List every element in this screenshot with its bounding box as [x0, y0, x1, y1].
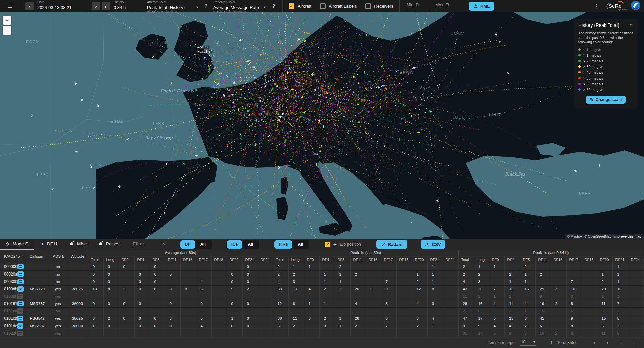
sub-header-df0[interactable]: DF0 [489, 256, 504, 263]
aircraft-tag[interactable]: 4ca258 FL211 24 [197, 45, 213, 54]
min-fl-input[interactable]: Min. FL [407, 3, 430, 9]
sub-header-df11[interactable]: DF11 [165, 256, 180, 263]
sub-header-df20[interactable]: DF20 [412, 256, 427, 263]
sub-header-df16[interactable]: DF16 [180, 256, 196, 263]
osm-attribution[interactable]: © OpenStreetMap [584, 235, 611, 238]
table-row[interactable]: 0101cano2163115653 [0, 307, 643, 315]
sub-header-df21[interactable]: DF21 [612, 256, 628, 263]
checkbox-box[interactable] [365, 3, 371, 9]
column-header-icao24b[interactable]: ICAO24b↑ [0, 250, 25, 263]
filter-field[interactable]: ✕ [133, 242, 165, 247]
tab-misc[interactable]: Misc [64, 239, 93, 250]
column-header-altitude[interactable]: Altitude [67, 250, 88, 263]
change-scale-button[interactable]: ✎ Change scale [586, 96, 626, 104]
sub-header-total[interactable]: Total [273, 256, 288, 263]
close-icon[interactable]: ✕ [629, 22, 633, 29]
sub-header-df17[interactable]: DF17 [381, 256, 396, 263]
sub-header-df0[interactable]: DF0 [304, 256, 319, 263]
sub-header-df21[interactable]: DF21 [242, 256, 258, 263]
column-header-callsign[interactable]: Callsign [25, 250, 49, 263]
sub-header-df18[interactable]: DF18 [396, 256, 412, 263]
toggle-df-all-button[interactable]: All [195, 240, 211, 249]
improve-map-link[interactable]: Improve this map [613, 235, 641, 238]
table-row[interactable]: 0101cdRBG542yes3802562000351036113212688… [0, 315, 643, 322]
sub-header-df4[interactable]: DF4 [504, 256, 520, 263]
sub-header-total[interactable]: Total [88, 256, 103, 263]
receiver-color-select[interactable]: Receiver Color Average Message Rate▼ Rec… [213, 1, 266, 11]
zoom-in-button[interactable]: + [3, 16, 11, 25]
aircraft-color-select[interactable]: Aircraft Color Peak Total (History)▼ Air… [147, 1, 199, 11]
wo-position-checkbox[interactable]: ✓ [325, 242, 330, 247]
receiver-view-button[interactable] [17, 301, 24, 306]
receiver-view-button[interactable] [17, 264, 24, 269]
table-row[interactable]: 0100dfyes112129311 [0, 293, 643, 300]
date-next-button[interactable]: › [92, 2, 100, 10]
receiver-view-button[interactable] [17, 286, 24, 292]
sub-header-total[interactable]: Total [458, 256, 474, 263]
toggle-ics-button[interactable]: ICs [227, 240, 242, 249]
sub-header-df16[interactable]: DF16 [551, 256, 566, 263]
mapbox-attribution[interactable]: © Mapbox [567, 235, 583, 238]
table-row[interactable]: 010161MSR737yes3600000000000126114343281… [0, 300, 643, 307]
radars-button[interactable]: Radars [376, 240, 407, 249]
zoom-out-button[interactable]: − [3, 26, 11, 35]
aircraft-color-help-icon[interactable]: ? [203, 3, 209, 9]
receiver-view-button[interactable] [17, 279, 24, 284]
sub-header-df5[interactable]: DF5 [150, 256, 165, 263]
sub-header-df20[interactable]: DF20 [597, 256, 612, 263]
max-fl-field[interactable]: Max. FL [435, 3, 459, 9]
sub-header-df4[interactable]: DF4 [319, 256, 335, 263]
receiver-view-button[interactable] [17, 316, 23, 321]
checkbox-receivers[interactable]: Receivers [365, 3, 393, 9]
hamburger-menu-icon[interactable]: ☰ [4, 0, 16, 12]
last-page-button[interactable]: › [630, 338, 639, 347]
table-row[interactable]: 0100dbMSR729yes3802518820080552331742220… [0, 285, 643, 293]
table-row[interactable]: 01022fyes31145631928115 [0, 330, 643, 337]
date-last-button[interactable]: › [102, 2, 110, 10]
prev-page-button[interactable]: ‹ [603, 338, 612, 347]
map-canvas[interactable] [0, 12, 644, 239]
receiver-view-button[interactable] [17, 271, 24, 277]
wo-position-filter[interactable]: ✓ ✈ w/o position [325, 242, 361, 247]
table-row[interactable]: 0101dcMSR987yes3800010000400623127219544… [0, 322, 643, 330]
sub-header-df18[interactable]: DF18 [211, 256, 227, 263]
history-value[interactable]: 0:34 h [114, 5, 133, 11]
tab-mode-s[interactable]: ✈Mode S [0, 239, 34, 250]
date-prev-button[interactable]: ‹ [25, 2, 34, 10]
tab-pulses[interactable]: Pulses [93, 239, 126, 250]
checkbox-aircraft-labels[interactable]: Aircraft Labels [320, 3, 357, 9]
table-row[interactable]: 000300no000040043117214311721 [0, 278, 643, 285]
table-row[interactable]: 00020ano000000022112112211211 [0, 270, 643, 278]
sub-header-df16[interactable]: DF16 [366, 256, 381, 263]
sub-header-df11[interactable]: DF11 [350, 256, 366, 263]
checkbox-aircraft[interactable]: ✓Aircraft [289, 3, 311, 9]
filter-input[interactable] [133, 242, 162, 246]
column-header-ads-b[interactable]: ADS-B [49, 250, 67, 263]
history-field[interactable]: History 0:34 h [114, 1, 133, 11]
sub-header-df5[interactable]: DF5 [335, 256, 350, 263]
date-field[interactable]: Date 2024-03-13 08:21 [37, 1, 88, 11]
kebab-menu-icon[interactable]: ⋮ [591, 3, 602, 9]
sub-header-df24[interactable]: DF24 [628, 256, 643, 263]
checkbox-box[interactable] [320, 3, 326, 9]
sub-header-df17[interactable]: DF17 [566, 256, 582, 263]
sub-header-long[interactable]: Long [288, 256, 304, 263]
sub-header-df11[interactable]: DF11 [535, 256, 551, 263]
sub-header-long[interactable]: Long [103, 256, 119, 263]
sub-header-df18[interactable]: DF18 [582, 256, 597, 263]
next-page-button[interactable]: › [616, 338, 625, 347]
receiver-view-button[interactable] [17, 294, 23, 299]
toggle-firs-button[interactable]: FIRs [274, 240, 292, 249]
receiver-view-button[interactable] [17, 308, 23, 314]
min-fl-field[interactable]: Min. FL [407, 3, 430, 9]
kml-download-button[interactable]: KML [469, 2, 494, 11]
date-value[interactable]: 2024-03-13 08:21 [37, 5, 88, 11]
sub-header-df21[interactable]: DF21 [427, 256, 443, 263]
receiver-view-button[interactable] [17, 323, 23, 329]
max-fl-input[interactable]: Max. FL [435, 3, 459, 9]
sub-header-df17[interactable]: DF17 [196, 256, 211, 263]
sub-header-df0[interactable]: DF0 [119, 256, 134, 263]
receiver-color-help-icon[interactable]: ? [271, 3, 276, 9]
csv-download-button[interactable]: CSV [421, 240, 445, 249]
checkbox-box[interactable]: ✓ [289, 3, 294, 9]
